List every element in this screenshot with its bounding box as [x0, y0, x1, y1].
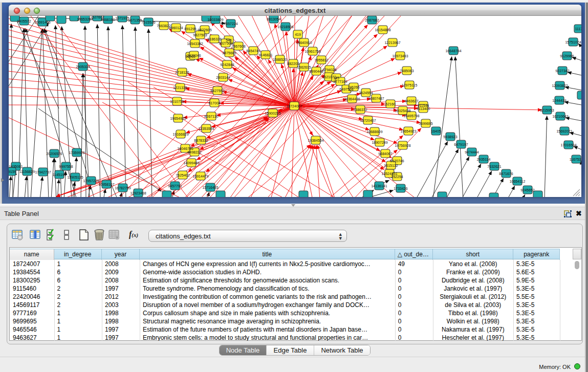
- svg-text:19218506: 19218506: [277, 25, 293, 29]
- svg-text:10025438: 10025438: [395, 109, 410, 113]
- svg-text:9997558: 9997558: [59, 165, 73, 168]
- svg-text:39159: 39159: [9, 170, 16, 173]
- svg-text:1615132: 1615132: [384, 164, 398, 167]
- svg-text:1117: 1117: [575, 27, 581, 31]
- svg-text:7515526: 7515526: [141, 20, 155, 24]
- svg-text:9827503: 9827503: [193, 33, 207, 37]
- svg-text:19384554: 19384554: [308, 139, 323, 142]
- svg-text:9242848: 9242848: [220, 63, 234, 67]
- svg-text:419: 419: [295, 33, 301, 36]
- svg-text:14136141: 14136141: [371, 184, 387, 188]
- svg-text:10688609: 10688609: [366, 130, 382, 134]
- svg-text:1145194: 1145194: [53, 173, 67, 177]
- svg-text:6479197: 6479197: [454, 143, 468, 146]
- svg-text:19654923: 19654923: [400, 129, 416, 133]
- svg-text:3875685: 3875685: [222, 51, 236, 55]
- svg-text:9327508: 9327508: [219, 41, 232, 45]
- svg-text:8454749: 8454749: [246, 49, 260, 53]
- svg-text:9245652: 9245652: [520, 188, 534, 192]
- svg-text:9113400: 9113400: [417, 107, 430, 111]
- svg-text:15720407: 15720407: [360, 119, 376, 122]
- svg-text:16033809: 16033809: [207, 18, 223, 21]
- svg-text:17957225: 17957225: [83, 179, 99, 183]
- svg-text:9146821: 9146821: [258, 53, 272, 57]
- svg-text:12093822: 12093822: [552, 84, 568, 87]
- svg-text:2867608: 2867608: [231, 45, 245, 48]
- svg-text:15640910: 15640910: [296, 41, 312, 45]
- svg-text:20691406: 20691406: [34, 20, 50, 24]
- svg-text:14099489: 14099489: [183, 161, 199, 165]
- svg-text:1221338: 1221338: [173, 86, 187, 90]
- svg-text:11156829: 11156829: [19, 170, 35, 173]
- svg-text:9684067: 9684067: [378, 152, 392, 156]
- svg-text:1435061: 1435061: [9, 165, 23, 168]
- svg-text:2087682: 2087682: [365, 18, 379, 22]
- svg-text:18907249: 18907249: [372, 141, 387, 144]
- svg-text:1588520: 1588520: [273, 58, 287, 61]
- svg-text:1562615: 1562615: [297, 65, 311, 69]
- svg-text:9474444: 9474444: [465, 150, 478, 154]
- svg-text:16495798: 16495798: [403, 114, 419, 118]
- svg-text:17942737: 17942737: [35, 170, 51, 174]
- svg-text:12353594: 12353594: [198, 127, 214, 130]
- svg-text:16405: 16405: [431, 129, 441, 133]
- svg-text:17359928: 17359928: [69, 151, 84, 155]
- svg-text:16782759: 16782759: [115, 186, 130, 190]
- svg-text:12905135: 12905135: [67, 176, 83, 179]
- svg-text:6466160: 6466160: [101, 18, 115, 21]
- svg-text:891295: 891295: [184, 27, 196, 31]
- svg-text:8186328: 8186328: [207, 37, 221, 41]
- svg-text:2905334: 2905334: [76, 65, 90, 69]
- svg-text:20206576: 20206576: [46, 152, 62, 156]
- svg-text:16154808: 16154808: [375, 28, 390, 32]
- svg-text:62160: 62160: [385, 102, 396, 106]
- svg-text:10973493: 10973493: [392, 54, 408, 58]
- svg-text:16046766: 16046766: [177, 147, 193, 150]
- svg-text:1244419: 1244419: [552, 99, 566, 102]
- svg-text:9822605: 9822605: [198, 28, 211, 32]
- svg-text:12213967: 12213967: [384, 41, 400, 45]
- svg-text:1071915: 1071915: [115, 16, 129, 20]
- svg-text:2803144: 2803144: [216, 76, 230, 79]
- svg-text:18724007: 18724007: [286, 104, 302, 108]
- svg-text:19166829: 19166829: [172, 133, 188, 136]
- svg-text:15692071: 15692071: [556, 129, 572, 133]
- svg-text:15716485: 15716485: [202, 186, 218, 189]
- svg-text:6120746: 6120746: [390, 159, 404, 163]
- svg-text:10654112: 10654112: [510, 180, 526, 183]
- svg-text:8427552: 8427552: [210, 89, 224, 93]
- svg-text:16210643: 16210643: [552, 115, 568, 118]
- svg-text:2420046: 2420046: [187, 54, 201, 57]
- svg-text:8990448: 8990448: [309, 70, 323, 73]
- svg-text:2935114: 2935114: [477, 158, 491, 161]
- svg-text:19756928: 19756928: [395, 144, 410, 147]
- svg-text:6498222: 6498222: [187, 150, 201, 154]
- svg-text:7955812: 7955812: [314, 58, 328, 62]
- svg-text:1405572: 1405572: [17, 19, 31, 23]
- svg-text:9129966: 9129966: [560, 54, 574, 58]
- svg-text:7857224: 7857224: [224, 22, 237, 26]
- svg-text:252254: 252254: [391, 175, 403, 179]
- svg-text:15900215: 15900215: [265, 112, 280, 115]
- svg-text:7386372: 7386372: [353, 108, 367, 112]
- svg-text:1010755: 1010755: [170, 100, 184, 103]
- svg-text:12923468: 12923468: [130, 191, 146, 195]
- svg-text:8878332: 8878332: [194, 139, 208, 142]
- svg-text:9777169: 9777169: [333, 80, 347, 83]
- svg-text:2718126: 2718126: [175, 71, 189, 74]
- svg-text:8813054: 8813054: [267, 17, 280, 21]
- svg-text:7485063: 7485063: [400, 69, 413, 73]
- svg-text:10807487: 10807487: [368, 97, 384, 100]
- svg-text:20364436: 20364436: [344, 97, 360, 101]
- svg-text:9457791: 9457791: [168, 184, 182, 188]
- svg-text:9463627: 9463627: [404, 99, 418, 103]
- svg-text:746266: 746266: [347, 85, 359, 89]
- svg-text:7625402: 7625402: [176, 173, 189, 177]
- svg-text:16648784: 16648784: [445, 49, 461, 53]
- svg-text:8960124: 8960124: [169, 26, 183, 30]
- svg-text:6794028: 6794028: [322, 68, 336, 72]
- svg-text:8471676: 8471676: [499, 172, 513, 176]
- svg-text:145: 145: [333, 76, 339, 80]
- svg-text:882203: 882203: [287, 62, 299, 65]
- svg-text:1733426: 1733426: [394, 187, 407, 190]
